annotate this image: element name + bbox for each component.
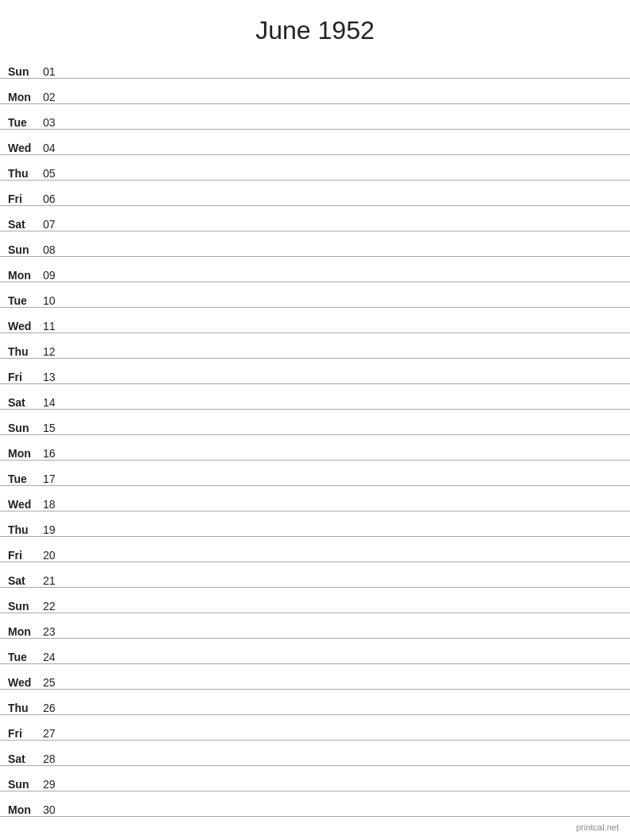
day-number: 12 [43,345,67,358]
day-name: Mon [8,91,40,103]
page-title: June 1952 [0,0,630,53]
day-name: Fri [8,371,40,383]
day-number: 06 [43,192,67,205]
day-name: Tue [8,116,40,129]
day-name: Sat [8,396,40,409]
calendar-row: Mon30 [0,791,630,817]
day-name: Wed [8,676,40,689]
day-number: 07 [43,218,67,231]
calendar-row: Mon09 [0,257,630,282]
calendar-row: Sun22 [0,588,630,613]
day-number: 30 [43,803,67,816]
day-name: Tue [8,294,40,307]
day-name: Thu [8,702,40,714]
day-name: Mon [8,803,40,816]
calendar-row: Mon16 [0,435,630,461]
day-name: Mon [8,269,40,282]
day-number: 22 [43,600,67,612]
calendar-row: Sun08 [0,231,630,257]
day-name: Wed [8,142,40,154]
calendar-row: Thu12 [0,333,630,359]
calendar-row: Mon02 [0,79,630,104]
day-number: 08 [43,243,67,256]
day-name: Sat [8,218,40,231]
calendar-row: Sat07 [0,206,630,231]
calendar-row: Fri13 [0,359,630,384]
day-name: Sat [8,574,40,587]
day-name: Wed [8,498,40,511]
calendar-row: Sun01 [0,53,630,79]
day-name: Sat [8,752,40,765]
day-number: 20 [43,549,67,562]
day-name: Fri [8,192,40,205]
calendar-row: Sun29 [0,766,630,791]
calendar-row: Sat28 [0,741,630,766]
day-number: 28 [43,752,67,765]
day-number: 04 [43,142,67,154]
calendar-row: Tue03 [0,104,630,130]
day-number: 09 [43,269,67,282]
calendar-row: Wed11 [0,308,630,333]
calendar-container: Sun01Mon02Tue03Wed04Thu05Fri06Sat07Sun08… [0,53,630,817]
day-number: 26 [43,702,67,714]
day-name: Wed [8,320,40,332]
day-number: 17 [43,472,67,485]
day-name: Fri [8,549,40,562]
day-name: Thu [8,167,40,180]
calendar-row: Thu19 [0,511,630,537]
day-number: 18 [43,498,67,511]
day-number: 11 [43,320,67,332]
calendar-row: Fri27 [0,715,630,741]
day-number: 05 [43,167,67,180]
day-number: 16 [43,447,67,460]
day-number: 25 [43,676,67,689]
footer-text: printcal.net [576,822,619,832]
calendar-row: Wed18 [0,486,630,511]
calendar-row: Tue17 [0,461,630,486]
calendar-row: Tue24 [0,639,630,664]
calendar-row: Sat21 [0,562,630,588]
day-name: Thu [8,523,40,536]
day-name: Sun [8,422,40,434]
calendar-row: Wed04 [0,130,630,155]
day-name: Sun [8,243,40,256]
day-name: Tue [8,651,40,663]
day-number: 01 [43,65,67,78]
calendar-row: Mon23 [0,613,630,639]
calendar-row: Sun15 [0,410,630,435]
day-name: Sun [8,600,40,612]
day-number: 14 [43,396,67,409]
day-number: 27 [43,727,67,740]
day-name: Sun [8,65,40,78]
day-name: Fri [8,727,40,740]
day-number: 03 [43,116,67,129]
calendar-row: Wed25 [0,664,630,690]
calendar-row: Sat14 [0,384,630,410]
calendar-row: Fri20 [0,537,630,562]
day-number: 19 [43,523,67,536]
day-number: 29 [43,778,67,791]
day-name: Thu [8,345,40,358]
day-number: 21 [43,574,67,587]
calendar-row: Thu26 [0,690,630,715]
calendar-row: Thu05 [0,155,630,181]
day-name: Sun [8,778,40,791]
day-name: Mon [8,447,40,460]
day-name: Tue [8,472,40,485]
day-name: Mon [8,625,40,638]
calendar-row: Fri06 [0,181,630,206]
day-number: 23 [43,625,67,638]
day-number: 24 [43,651,67,663]
calendar-row: Tue10 [0,282,630,308]
day-number: 15 [43,422,67,434]
day-number: 13 [43,371,67,383]
day-number: 10 [43,294,67,307]
day-number: 02 [43,91,67,103]
